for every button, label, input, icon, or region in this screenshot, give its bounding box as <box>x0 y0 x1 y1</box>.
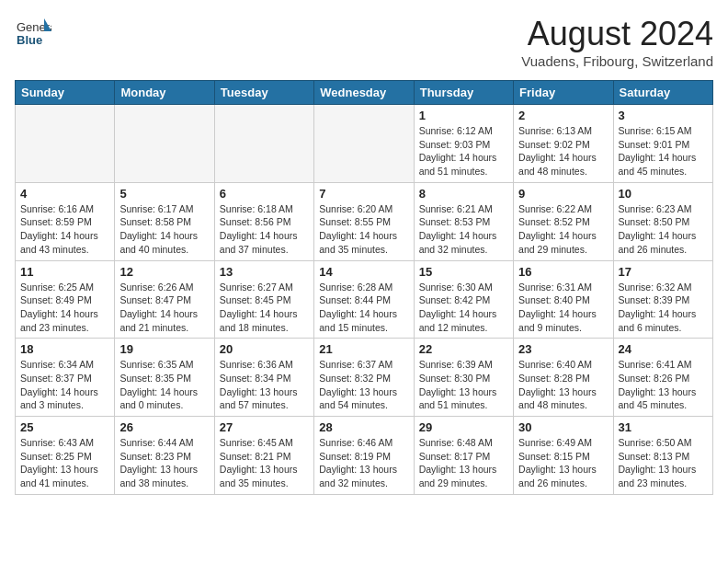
cell-content: Sunrise: 6:43 AM Sunset: 8:25 PM Dayligh… <box>20 436 109 490</box>
day-number: 30 <box>518 420 608 434</box>
day-number: 5 <box>119 187 209 201</box>
month-year-title: August 2024 <box>521 15 713 53</box>
calendar-cell <box>115 105 214 183</box>
calendar-cell: 18Sunrise: 6:34 AM Sunset: 8:37 PM Dayli… <box>16 339 115 417</box>
title-area: August 2024 Vuadens, Fribourg, Switzerla… <box>521 15 713 69</box>
calendar-cell: 9Sunrise: 6:22 AM Sunset: 8:52 PM Daylig… <box>514 182 613 260</box>
calendar-week-4: 18Sunrise: 6:34 AM Sunset: 8:37 PM Dayli… <box>16 339 713 417</box>
cell-content: Sunrise: 6:36 AM Sunset: 8:34 PM Dayligh… <box>220 358 309 412</box>
day-number: 24 <box>619 342 708 356</box>
calendar-cell: 29Sunrise: 6:48 AM Sunset: 8:17 PM Dayli… <box>414 417 513 495</box>
cell-content: Sunrise: 6:22 AM Sunset: 8:52 PM Dayligh… <box>518 202 608 257</box>
cell-content: Sunrise: 6:27 AM Sunset: 8:45 PM Dayligh… <box>220 281 309 335</box>
weekday-header-monday: Monday <box>115 81 214 105</box>
weekday-header-tuesday: Tuesday <box>214 81 313 105</box>
cell-content: Sunrise: 6:18 AM Sunset: 8:56 PM Dayligh… <box>220 202 309 257</box>
calendar-week-1: 1Sunrise: 6:12 AM Sunset: 9:03 PM Daylig… <box>16 105 713 183</box>
calendar-cell: 1Sunrise: 6:12 AM Sunset: 9:03 PM Daylig… <box>414 105 513 183</box>
day-number: 8 <box>419 187 508 201</box>
cell-content: Sunrise: 6:40 AM Sunset: 8:28 PM Dayligh… <box>518 358 608 412</box>
day-number: 19 <box>119 342 209 356</box>
calendar-cell: 5Sunrise: 6:17 AM Sunset: 8:58 PM Daylig… <box>115 182 214 260</box>
cell-content: Sunrise: 6:31 AM Sunset: 8:40 PM Dayligh… <box>518 281 608 335</box>
cell-content: Sunrise: 6:21 AM Sunset: 8:53 PM Dayligh… <box>419 202 508 257</box>
day-number: 21 <box>319 342 408 356</box>
day-number: 9 <box>518 187 608 201</box>
cell-content: Sunrise: 6:50 AM Sunset: 8:13 PM Dayligh… <box>619 436 708 490</box>
calendar-cell: 8Sunrise: 6:21 AM Sunset: 8:53 PM Daylig… <box>414 182 513 260</box>
calendar-cell: 24Sunrise: 6:41 AM Sunset: 8:26 PM Dayli… <box>613 339 712 417</box>
day-number: 13 <box>220 265 309 279</box>
calendar-cell: 25Sunrise: 6:43 AM Sunset: 8:25 PM Dayli… <box>16 417 115 495</box>
day-number: 20 <box>220 342 309 356</box>
calendar-cell: 20Sunrise: 6:36 AM Sunset: 8:34 PM Dayli… <box>214 339 313 417</box>
day-number: 15 <box>419 265 508 279</box>
weekday-header-row: SundayMondayTuesdayWednesdayThursdayFrid… <box>16 81 713 105</box>
cell-content: Sunrise: 6:39 AM Sunset: 8:30 PM Dayligh… <box>419 358 508 412</box>
weekday-header-wednesday: Wednesday <box>314 81 414 105</box>
calendar-week-5: 25Sunrise: 6:43 AM Sunset: 8:25 PM Dayli… <box>16 417 713 495</box>
calendar-cell: 26Sunrise: 6:44 AM Sunset: 8:23 PM Dayli… <box>115 417 214 495</box>
calendar-cell: 10Sunrise: 6:23 AM Sunset: 8:50 PM Dayli… <box>613 182 712 260</box>
calendar-week-2: 4Sunrise: 6:16 AM Sunset: 8:59 PM Daylig… <box>16 182 713 260</box>
day-number: 2 <box>518 109 608 122</box>
cell-content: Sunrise: 6:13 AM Sunset: 9:02 PM Dayligh… <box>518 124 608 178</box>
calendar-cell: 12Sunrise: 6:26 AM Sunset: 8:47 PM Dayli… <box>115 260 214 339</box>
calendar-cell: 19Sunrise: 6:35 AM Sunset: 8:35 PM Dayli… <box>115 339 214 417</box>
calendar-cell: 6Sunrise: 6:18 AM Sunset: 8:56 PM Daylig… <box>214 182 313 260</box>
weekday-header-friday: Friday <box>514 81 613 105</box>
day-number: 6 <box>220 187 309 201</box>
cell-content: Sunrise: 6:30 AM Sunset: 8:42 PM Dayligh… <box>419 281 508 335</box>
cell-content: Sunrise: 6:20 AM Sunset: 8:55 PM Dayligh… <box>319 202 408 257</box>
day-number: 7 <box>319 187 408 201</box>
day-number: 16 <box>518 265 608 279</box>
calendar-cell: 13Sunrise: 6:27 AM Sunset: 8:45 PM Dayli… <box>214 260 313 339</box>
day-number: 28 <box>319 420 408 434</box>
cell-content: Sunrise: 6:46 AM Sunset: 8:19 PM Dayligh… <box>319 436 408 490</box>
cell-content: Sunrise: 6:34 AM Sunset: 8:37 PM Dayligh… <box>20 358 109 412</box>
svg-text:Blue: Blue <box>17 33 42 47</box>
day-number: 29 <box>419 420 508 434</box>
calendar-cell: 15Sunrise: 6:30 AM Sunset: 8:42 PM Dayli… <box>414 260 513 339</box>
calendar-cell: 11Sunrise: 6:25 AM Sunset: 8:49 PM Dayli… <box>16 260 115 339</box>
cell-content: Sunrise: 6:37 AM Sunset: 8:32 PM Dayligh… <box>319 358 408 412</box>
location-subtitle: Vuadens, Fribourg, Switzerland <box>521 53 713 69</box>
calendar-cell <box>314 105 414 183</box>
calendar-cell: 2Sunrise: 6:13 AM Sunset: 9:02 PM Daylig… <box>514 105 613 183</box>
weekday-header-sunday: Sunday <box>16 81 115 105</box>
calendar-cell: 30Sunrise: 6:49 AM Sunset: 8:15 PM Dayli… <box>514 417 613 495</box>
calendar-cell: 7Sunrise: 6:20 AM Sunset: 8:55 PM Daylig… <box>314 182 414 260</box>
cell-content: Sunrise: 6:12 AM Sunset: 9:03 PM Dayligh… <box>419 124 508 178</box>
logo-icon: General Blue <box>15 15 51 52</box>
calendar-cell: 16Sunrise: 6:31 AM Sunset: 8:40 PM Dayli… <box>514 260 613 339</box>
cell-content: Sunrise: 6:23 AM Sunset: 8:50 PM Dayligh… <box>619 202 708 257</box>
cell-content: Sunrise: 6:49 AM Sunset: 8:15 PM Dayligh… <box>518 436 608 490</box>
calendar-cell: 17Sunrise: 6:32 AM Sunset: 8:39 PM Dayli… <box>613 260 712 339</box>
cell-content: Sunrise: 6:15 AM Sunset: 9:01 PM Dayligh… <box>619 124 708 178</box>
calendar-cell: 31Sunrise: 6:50 AM Sunset: 8:13 PM Dayli… <box>613 417 712 495</box>
calendar-cell <box>214 105 313 183</box>
weekday-header-thursday: Thursday <box>414 81 513 105</box>
day-number: 1 <box>419 109 508 122</box>
day-number: 11 <box>20 265 109 279</box>
cell-content: Sunrise: 6:48 AM Sunset: 8:17 PM Dayligh… <box>419 436 508 490</box>
cell-content: Sunrise: 6:32 AM Sunset: 8:39 PM Dayligh… <box>619 281 708 335</box>
day-number: 14 <box>319 265 408 279</box>
calendar-table: SundayMondayTuesdayWednesdayThursdayFrid… <box>15 80 713 495</box>
logo: General Blue <box>15 15 51 52</box>
day-number: 27 <box>220 420 309 434</box>
cell-content: Sunrise: 6:26 AM Sunset: 8:47 PM Dayligh… <box>119 281 209 335</box>
page-header: General Blue August 2024 Vuadens, Fribou… <box>15 15 713 69</box>
day-number: 12 <box>119 265 209 279</box>
day-number: 22 <box>419 342 508 356</box>
calendar-cell: 4Sunrise: 6:16 AM Sunset: 8:59 PM Daylig… <box>16 182 115 260</box>
day-number: 3 <box>619 109 708 122</box>
calendar-cell: 23Sunrise: 6:40 AM Sunset: 8:28 PM Dayli… <box>514 339 613 417</box>
calendar-cell: 21Sunrise: 6:37 AM Sunset: 8:32 PM Dayli… <box>314 339 414 417</box>
calendar-cell: 14Sunrise: 6:28 AM Sunset: 8:44 PM Dayli… <box>314 260 414 339</box>
cell-content: Sunrise: 6:45 AM Sunset: 8:21 PM Dayligh… <box>220 436 309 490</box>
cell-content: Sunrise: 6:25 AM Sunset: 8:49 PM Dayligh… <box>20 281 109 335</box>
cell-content: Sunrise: 6:41 AM Sunset: 8:26 PM Dayligh… <box>619 358 708 412</box>
day-number: 18 <box>20 342 109 356</box>
cell-content: Sunrise: 6:35 AM Sunset: 8:35 PM Dayligh… <box>119 358 209 412</box>
